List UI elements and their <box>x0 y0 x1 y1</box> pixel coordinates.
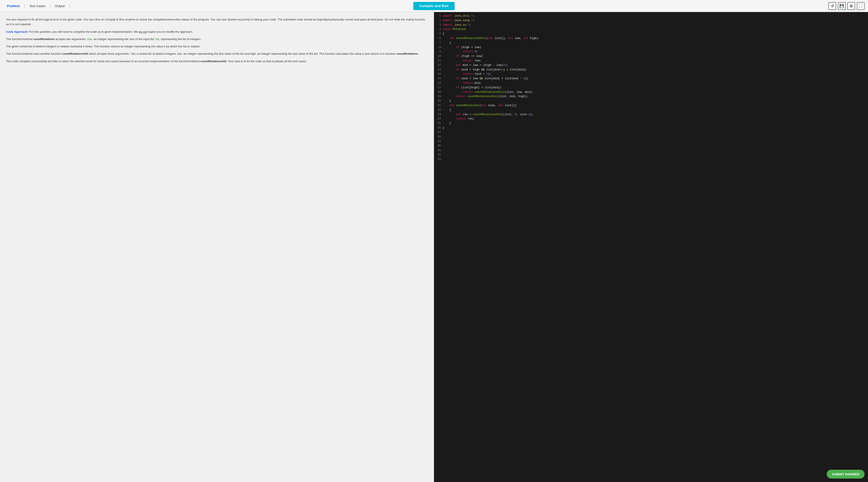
ln-33: 33 <box>436 157 441 162</box>
code-line-23: if (list[high] > list[mid]) <box>443 86 865 90</box>
undo-icon[interactable]: ↺ <box>828 2 836 10</box>
line-numbers: 1 2 3 4 5 6 7 8 9 10 11 12 13 14 15 16 1… <box>434 14 443 161</box>
fullscreen-icon[interactable]: ⛶ <box>857 2 865 10</box>
ln-14: 14 <box>436 72 441 77</box>
ln-3: 3 <box>436 23 441 27</box>
code-line-28: int countRotations(int size, int list[]) <box>443 103 865 108</box>
code-line-8: { <box>443 41 865 45</box>
ln-23: 23 <box>436 112 441 117</box>
ln-32: 32 <box>436 153 441 157</box>
code-line-30: int res = countRotationsUtil(list, 0, si… <box>443 112 865 117</box>
problem-intro: You are required to fix all the logical … <box>6 17 428 27</box>
ln-25: 25 <box>436 121 441 126</box>
ln-28: 28 <box>436 135 441 139</box>
top-nav: Problem | Test Cases | Output | Compile … <box>0 0 868 12</box>
ln-11: 11 <box>436 59 441 63</box>
ln-16: 16 <box>436 81 441 86</box>
code-line-24: return countRotationsUtil(list, low, mid… <box>443 90 865 94</box>
settings-icon[interactable]: ⚙ <box>847 2 855 10</box>
code-line-9: if (high < low) <box>443 45 865 50</box>
code-line-29: { <box>443 108 865 112</box>
divider-3: | <box>69 4 70 8</box>
tab-problem[interactable]: Problem <box>3 2 23 9</box>
code-approach-para: Code Approach: For this question, you wi… <box>6 29 428 34</box>
ln-6: 6 <box>436 36 441 41</box>
ln-24: 24 <box>436 117 441 121</box>
para1: The function/method countRotations accep… <box>6 37 428 41</box>
ln-27: 27 <box>436 130 441 135</box>
code-line-18: return (mid + 1); <box>443 72 865 77</box>
code-line-2: import java.lang.*; <box>443 18 865 23</box>
code-line-20: if (mid > low && list[mid] < list[mid - … <box>443 77 865 81</box>
code-line-3: import java.io.*; <box>443 23 865 27</box>
ln-21: 21 <box>436 103 441 108</box>
ln-13: 13 <box>436 68 441 72</box>
code-line-13: return low; <box>443 59 865 63</box>
code-line-32: } <box>443 121 865 126</box>
ln-1: 1 <box>436 14 441 18</box>
ln-2: 2 <box>436 18 441 23</box>
ln-22: 22 <box>436 108 441 112</box>
problem-panel: You are required to fix all the logical … <box>0 12 434 482</box>
para4: The code compiles successfully but fails… <box>6 59 428 64</box>
code-line-15: int mid = low + (high - low)/2; <box>443 63 865 68</box>
code-line-17: if (mid < high && list[mid+1] < list[mid… <box>443 68 865 72</box>
code-line-33: } <box>443 126 865 130</box>
code-line-10: return 0; <box>443 50 865 54</box>
ln-9: 9 <box>436 50 441 54</box>
code-approach-label: Code Approach <box>6 30 28 33</box>
tab-output[interactable]: Output <box>52 2 68 9</box>
code-line-5: class Rotation <box>443 27 865 32</box>
ln-12: 12 <box>436 63 441 68</box>
do-not-text: do not <box>139 30 147 33</box>
ln-17: 17 <box>436 86 441 90</box>
divider-2: | <box>50 4 51 8</box>
ln-19: 19 <box>436 94 441 99</box>
ln-8: 8 <box>436 45 441 50</box>
code-container: 1 2 3 4 5 6 7 8 9 10 11 12 13 14 15 16 1… <box>434 12 868 163</box>
ln-5: 5 <box>436 32 441 36</box>
code-line-12: if (high == low) <box>443 54 865 59</box>
code-line-27: } <box>443 99 865 103</box>
code-line-6: { <box>443 32 865 36</box>
para3: The function/method uses another functio… <box>6 52 428 56</box>
ln-10: 10 <box>436 54 441 59</box>
ln-18: 18 <box>436 90 441 94</box>
ln-30: 30 <box>436 144 441 148</box>
ln-26: 26 <box>436 126 441 130</box>
ln-31: 31 <box>436 148 441 153</box>
code-line-31: return res; <box>443 117 865 121</box>
tab-test-cases[interactable]: Test Cases <box>26 2 49 9</box>
divider-1: | <box>24 4 25 8</box>
main-content: You are required to fix all the logical … <box>0 12 868 482</box>
code-line-26: return countRotationsUtil(list, mid, hig… <box>443 94 865 99</box>
code-line-7: int countRotationsUtil(int list[], int l… <box>443 36 865 41</box>
ln-7: 7 <box>436 41 441 45</box>
code-line-1: import java.util.*; <box>443 14 865 18</box>
ln-4: 4 <box>436 27 441 32</box>
save-icon[interactable]: 💾 <box>838 2 846 10</box>
ln-29: 29 <box>436 139 441 144</box>
code-lines: import java.util.*; import java.lang.*; … <box>443 14 868 161</box>
code-editor[interactable]: 1 2 3 4 5 6 7 8 9 10 11 12 13 14 15 16 1… <box>434 12 868 482</box>
code-line-21: return mid; <box>443 81 865 86</box>
para2: The given sorted list of distinct intege… <box>6 44 428 49</box>
ln-15: 15 <box>436 77 441 81</box>
toolbar-icons: ↺ 💾 ⚙ ⛶ <box>828 2 865 10</box>
compile-run-button[interactable]: Compile and Run <box>413 2 455 10</box>
ln-20: 20 <box>436 99 441 103</box>
submit-answer-button[interactable]: SUBMIT ANSWER <box>827 470 865 479</box>
